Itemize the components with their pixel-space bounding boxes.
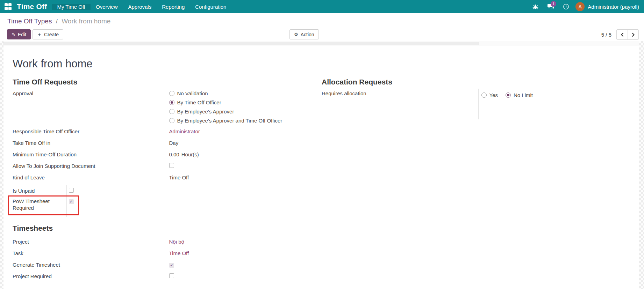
- field-label-allow-supporting-document: Allow To Join Supporting Document: [13, 160, 167, 172]
- top-navbar: Time Off My Time Off Overview Approvals …: [0, 0, 644, 13]
- menu-item-overview[interactable]: Overview: [91, 4, 123, 10]
- field-label-pow-timesheet-required: PoW Timesheet Required: [13, 198, 55, 211]
- main-menu: My Time Off Overview Approvals Reporting…: [52, 4, 231, 10]
- radio-by-time-off-officer[interactable]: By Time Off Officer: [169, 98, 282, 107]
- field-label-project: Project: [13, 236, 167, 247]
- debug-bug-icon[interactable]: [529, 0, 541, 13]
- radio-by-employees-approver[interactable]: By Employee's Approver: [169, 107, 282, 116]
- left-transparency-edge: [0, 41, 3, 289]
- messages-badge: 1: [551, 1, 556, 7]
- field-label-responsible-officer: Responsible Time Off Officer: [13, 126, 167, 137]
- pencil-icon: ✎: [12, 32, 15, 37]
- field-label-project-required: Project Required: [13, 271, 167, 282]
- responsible-officer-value-link[interactable]: Administrator: [169, 128, 200, 134]
- apps-menu-icon[interactable]: [5, 3, 12, 10]
- kind-of-leave-value: Time Off: [167, 172, 282, 183]
- control-panel: Time Off Types / Work from home ✎ Edit ＋…: [0, 13, 644, 41]
- radio-circle[interactable]: [481, 92, 487, 98]
- menu-item-my-time-off[interactable]: My Time Off: [52, 4, 91, 10]
- user-avatar: A: [575, 2, 585, 11]
- messages-icon[interactable]: 1: [545, 0, 557, 13]
- is-unpaid-checkbox[interactable]: [69, 188, 74, 193]
- field-label-is-unpaid: Is Unpaid: [13, 185, 66, 197]
- requires-allocation-radio-group: Yes No Limit: [481, 90, 541, 99]
- gear-icon: ⚙: [294, 32, 298, 37]
- radio-by-employees-approver-and-officer[interactable]: By Employee's Approver and Time Off Offi…: [169, 116, 282, 125]
- app-title[interactable]: Time Off: [15, 2, 52, 11]
- field-label-generate-timesheet: Generate Timesheet: [13, 259, 167, 271]
- breadcrumb-parent-link[interactable]: Time Off Types: [7, 17, 52, 25]
- timesheets-group: Project Nội bộ Task Time Off Generate Ti…: [13, 236, 189, 282]
- user-name: Administrator (payroll): [588, 4, 639, 10]
- user-menu[interactable]: A Administrator (payroll): [575, 2, 639, 11]
- record-title: Work from home: [13, 57, 639, 71]
- chevron-left-icon: [621, 32, 624, 37]
- breadcrumb: Time Off Types / Work from home: [7, 17, 110, 25]
- section-heading-timesheets: Timesheets: [13, 223, 322, 233]
- allow-supporting-document-checkbox[interactable]: [169, 163, 174, 168]
- project-required-checkbox[interactable]: [169, 273, 174, 278]
- field-label-take-time-off-in: Take Time Off in: [13, 137, 167, 149]
- form-sheet: Work from home Time Off Requests Approva…: [3, 45, 639, 289]
- breadcrumb-current: Work from home: [62, 17, 110, 25]
- activities-clock-icon[interactable]: [560, 0, 572, 13]
- pager: 5 / 5: [601, 29, 639, 40]
- minimum-duration-unit: Hour(s): [181, 151, 199, 157]
- project-value-link[interactable]: Nội bộ: [169, 239, 184, 245]
- edit-button[interactable]: ✎ Edit: [7, 29, 31, 39]
- field-label-minimum-duration: Minimum Time-Off Duration: [13, 149, 167, 160]
- take-time-off-in-value: Day: [167, 137, 282, 149]
- pager-next-button[interactable]: [628, 30, 638, 39]
- radio-circle[interactable]: [169, 91, 174, 96]
- menu-item-reporting[interactable]: Reporting: [157, 4, 190, 10]
- radio-circle-selected[interactable]: [506, 92, 511, 98]
- minimum-duration-value: 0.00: [169, 151, 179, 157]
- generate-timesheet-checkbox[interactable]: [169, 263, 174, 268]
- horizontal-scrollbar-thumb[interactable]: [3, 42, 479, 45]
- plus-icon: ＋: [37, 31, 42, 38]
- radio-yes[interactable]: Yes: [481, 92, 498, 98]
- pow-timesheet-required-checkbox[interactable]: [69, 199, 74, 204]
- radio-circle[interactable]: [169, 118, 174, 123]
- field-label-approval: Approval: [13, 89, 167, 126]
- approval-radio-group: No Validation By Time Off Officer By Emp…: [169, 89, 282, 125]
- radio-circle-selected[interactable]: [169, 100, 174, 105]
- field-label-task: Task: [13, 247, 167, 259]
- field-label-requires-allocation: Requires allocation: [322, 89, 478, 119]
- pager-count: 5 / 5: [601, 32, 611, 38]
- time-off-requests-group: Approval No Validation By Tim: [13, 89, 282, 183]
- unpaid-group: Is Unpaid PoW Timesheet Required: [13, 185, 74, 217]
- menu-item-configuration[interactable]: Configuration: [190, 4, 231, 10]
- task-value-link[interactable]: Time Off: [169, 250, 189, 256]
- radio-no-limit[interactable]: No Limit: [506, 92, 533, 98]
- right-transparency-edge: [639, 41, 644, 289]
- pager-previous-button[interactable]: [617, 30, 628, 39]
- section-heading-allocation-requests: Allocation Requests: [322, 77, 639, 87]
- radio-circle[interactable]: [169, 109, 174, 114]
- action-button[interactable]: ⚙ Action: [289, 29, 319, 39]
- menu-item-approvals[interactable]: Approvals: [123, 4, 157, 10]
- breadcrumb-separator: /: [56, 17, 58, 25]
- chevron-right-icon: [631, 32, 635, 37]
- section-heading-time-off-requests: Time Off Requests: [13, 77, 322, 87]
- horizontal-scrollbar[interactable]: [3, 41, 639, 45]
- radio-no-validation[interactable]: No Validation: [169, 89, 282, 98]
- create-button[interactable]: ＋ Create: [33, 29, 63, 39]
- allocation-requests-group: Requires allocation Yes No Li: [322, 89, 541, 119]
- field-label-kind-of-leave: Kind of Leave: [13, 172, 167, 183]
